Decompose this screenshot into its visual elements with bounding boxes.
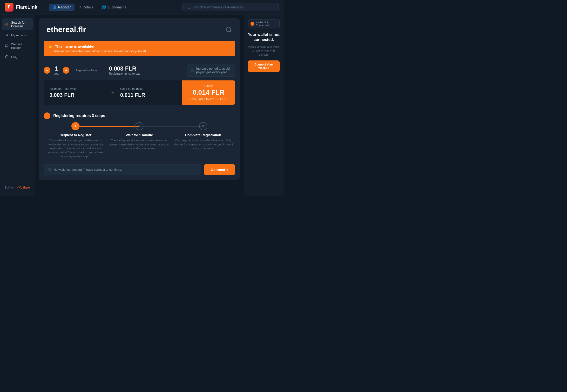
total-usd: Calculated to $21.65 USD	[188, 97, 229, 101]
steps-header: Registering requires 3 steps	[39, 109, 240, 122]
connect-wallet-btn-label: Connect Your Wallet +	[251, 63, 276, 70]
step-3-circle: 3	[199, 122, 207, 130]
header-nav: 👤 Register ≡ Details 🌐 Subdomains	[44, 4, 182, 11]
estimated-total-value: 0.003 FLR	[49, 92, 105, 98]
step-1-title: Request to Register	[45, 133, 105, 137]
sidebar-item-faq[interactable]: FAQ	[2, 53, 33, 61]
period-sub-label: Registration Period	[76, 69, 98, 72]
available-banner-desc: Please complete the form below to secure…	[48, 49, 230, 53]
period-number: 1	[54, 65, 59, 72]
header: F FlareLink 👤 Register ≡ Details 🌐 Subdo…	[0, 0, 284, 14]
sidebar-faq-label: FAQ	[11, 55, 17, 59]
content-area: ethereal.flr 👍 This name is available! P…	[35, 14, 244, 196]
sidebar-item-search[interactable]: Search for Domains	[2, 18, 33, 30]
wallet-badge-x-icon: ✕	[251, 22, 254, 26]
nav-details[interactable]: ≡ Details	[75, 4, 97, 11]
sidebar-footer: Built on flare	[2, 183, 33, 192]
steps-title: Registering requires 3 steps	[53, 114, 105, 118]
price-sub-label: Registration price to pay	[109, 72, 140, 75]
period-value: 1 year	[54, 65, 59, 75]
header-separator	[42, 4, 42, 11]
connect-info: i No wallet connected. Please connect to…	[44, 164, 201, 175]
domain-search-icon[interactable]	[225, 26, 232, 33]
step-1-circle: 1	[71, 122, 80, 130]
svg-point-0	[187, 6, 189, 8]
info-icon: i	[191, 69, 194, 72]
logo-icon: F	[5, 3, 14, 12]
step-2-desc: The waiting period is required to ensure…	[109, 139, 169, 151]
body: Search for Domains My Account Website Bu…	[0, 14, 284, 196]
svg-point-5	[226, 27, 231, 31]
wallet-desc: Please connect your wallet to register y…	[248, 45, 280, 57]
plus-separator: +	[111, 90, 115, 96]
connect-info-icon: i	[48, 168, 51, 171]
period-control: − 1 year +	[44, 65, 69, 75]
estimated-total-label: Estimated Total Price	[49, 87, 105, 91]
logo-area: F FlareLink	[5, 3, 40, 12]
header-search-bar[interactable]	[182, 3, 279, 11]
register-icon: 👤	[53, 5, 57, 9]
logo-text: FlareLink	[16, 4, 37, 10]
steps-container: 1 2 3	[39, 122, 240, 162]
step-1-line	[75, 126, 139, 127]
wallet-badge: ✕ Wallet Not Connected	[248, 19, 280, 28]
account-sidebar-icon	[5, 33, 9, 37]
domain-title: ethereal.flr	[46, 25, 86, 34]
thumbs-up-icon: 👍	[48, 44, 53, 48]
sidebar-item-builder[interactable]: Website Builder	[2, 40, 33, 52]
step-3-label: Complete Registration Click 'register' a…	[171, 133, 235, 158]
period-decrease-button[interactable]: −	[44, 67, 50, 74]
steps-labels: Request to Register Your wallet will ope…	[44, 133, 235, 158]
wallet-title: Your wallet is not connected.	[248, 32, 280, 42]
faq-sidebar-icon	[5, 55, 9, 59]
sidebar-search-label: Search for Domains	[11, 21, 30, 28]
total-value: 0.014 FLR	[188, 89, 229, 96]
available-banner: 👍 This name is available! Please complet…	[44, 41, 235, 56]
flare-logo-icon	[16, 186, 22, 189]
connect-wallet-button[interactable]: Connect Your Wallet +	[248, 60, 280, 72]
step-3-desc: Click 'register' and your wallet will re…	[173, 139, 233, 151]
steps-track: 1 2 3	[44, 122, 235, 130]
search-sidebar-icon	[5, 22, 9, 26]
step-2-title: Wait for 1 minute	[109, 133, 169, 137]
builder-sidebar-icon	[5, 44, 9, 48]
main: ethereal.flr 👍 This name is available! P…	[35, 14, 284, 196]
price-breakdown: Estimated Total Price 0.003 FLR + Gas Fe…	[44, 80, 235, 105]
built-on-text: Built on	[5, 186, 15, 189]
gas-fee-col: Gas Fee (at most) 0.011 FLR	[114, 83, 182, 102]
sidebar-item-account[interactable]: My Account	[2, 31, 33, 40]
nav-register[interactable]: 👤 Register	[49, 4, 75, 11]
details-icon: ≡	[79, 5, 81, 9]
domain-card: ethereal.flr 👍 This name is available! P…	[39, 18, 240, 180]
step-3-title: Complete Registration	[173, 133, 233, 137]
sidebar: Search for Domains My Account Website Bu…	[0, 14, 35, 196]
gas-hint[interactable]: i Increase period to avoid paying gas ev…	[187, 64, 235, 77]
available-banner-title: 👍 This name is available!	[48, 44, 230, 48]
price-number: 0.003 FLR	[109, 65, 140, 72]
step-2-label: Wait for 1 minute The waiting period is …	[107, 133, 171, 158]
connect-btn-label: Connect +	[211, 168, 228, 172]
svg-point-2	[6, 34, 7, 35]
connect-bar: i No wallet connected. Please connect to…	[44, 164, 235, 175]
step-2-line	[139, 126, 203, 127]
right-panel: ✕ Wallet Not Connected Your wallet is no…	[244, 14, 284, 196]
step-1: 1	[44, 122, 107, 130]
app: F FlareLink 👤 Register ≡ Details 🌐 Subdo…	[0, 0, 284, 196]
flare-logo: flare	[16, 186, 30, 189]
step-1-label: Request to Register Your wallet will ope…	[44, 133, 107, 158]
sidebar-builder-label: Website Builder	[11, 42, 30, 50]
step-1-desc: Your wallet will open and you will be as…	[45, 139, 105, 158]
gas-fee-value: 0.011 FLR	[120, 92, 176, 98]
wallet-badge-text: Wallet Not Connected	[256, 21, 277, 27]
search-icon	[186, 5, 190, 9]
globe-icon: 🌐	[102, 5, 106, 9]
domain-header: ethereal.flr	[39, 18, 240, 41]
search-input[interactable]	[192, 5, 275, 9]
period-increase-button[interactable]: +	[63, 67, 69, 74]
no-wallet-text: No wallet connected. Please connect to c…	[54, 168, 122, 171]
step-2-circle: 2	[135, 122, 143, 130]
sidebar-account-label: My Account	[11, 33, 27, 37]
nav-subdomains[interactable]: 🌐 Subdomains	[98, 4, 130, 11]
connect-button[interactable]: Connect +	[204, 164, 235, 175]
total-label: At most	[188, 84, 229, 88]
